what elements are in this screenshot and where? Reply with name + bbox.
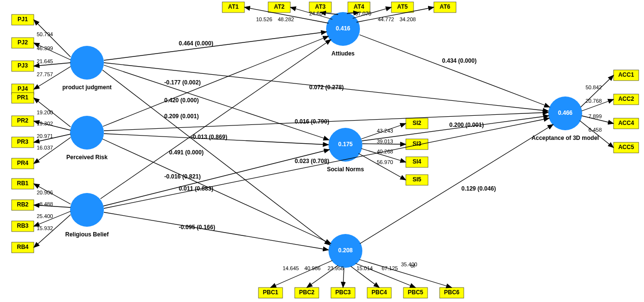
svg-text:RB4: RB4 xyxy=(17,244,29,250)
svg-text:PBC3: PBC3 xyxy=(335,289,351,296)
svg-text:0.023 (0.708): 0.023 (0.708) xyxy=(295,158,329,165)
svg-text:0.464 (0.000): 0.464 (0.000) xyxy=(179,40,213,47)
label-product-judgment: product judgment xyxy=(62,84,112,91)
svg-text:23.958: 23.958 xyxy=(328,265,344,271)
svg-text:19.200: 19.200 xyxy=(37,110,53,115)
label-perceived-risk: Perceived Risk xyxy=(66,154,108,161)
svg-text:0.011 (0.883): 0.011 (0.883) xyxy=(179,185,213,192)
svg-text:-0.013 (0.869): -0.013 (0.869) xyxy=(191,134,227,140)
svg-text:16.037: 16.037 xyxy=(37,145,53,151)
svg-text:8.488: 8.488 xyxy=(40,201,53,207)
svg-text:PR4: PR4 xyxy=(17,160,29,166)
svg-text:ACC4: ACC4 xyxy=(618,120,634,126)
indicators-sn: SI2 SI3 SI4 SI5 43.243 39.013 40.268 56.… xyxy=(358,118,428,185)
svg-text:10.526: 10.526 xyxy=(256,16,272,22)
svg-text:AT1: AT1 xyxy=(228,3,239,10)
svg-text:48.282: 48.282 xyxy=(278,16,294,22)
svg-text:AT3: AT3 xyxy=(315,3,326,10)
svg-text:RB2: RB2 xyxy=(17,201,29,208)
svg-text:-0.177 (0.002): -0.177 (0.002) xyxy=(164,79,200,86)
svg-text:SI4: SI4 xyxy=(413,158,421,165)
label-social-norms: Social Norms xyxy=(327,166,364,173)
indicators-pbc: PBC1 PBC2 PBC3 PBC4 PBC5 PBC6 14.645 40.… xyxy=(258,260,464,298)
svg-line-86 xyxy=(358,153,406,180)
svg-text:PBC1: PBC1 xyxy=(263,289,278,296)
svg-text:50.794: 50.794 xyxy=(37,31,53,37)
svg-text:46.399: 46.399 xyxy=(37,45,53,51)
path-pr-at xyxy=(103,36,329,126)
path-pj-at xyxy=(104,32,327,60)
svg-text:AT4: AT4 xyxy=(354,3,364,10)
svg-text:25.400: 25.400 xyxy=(37,213,53,219)
svg-text:24.604: 24.604 xyxy=(309,11,326,16)
path-at-acc xyxy=(359,35,550,107)
svg-line-100 xyxy=(271,261,332,288)
svg-text:15.932: 15.932 xyxy=(37,225,53,231)
svg-text:AT6: AT6 xyxy=(440,3,450,10)
svg-text:0.434 (0.000): 0.434 (0.000) xyxy=(442,57,476,64)
label-religious-belief: Religious Belief xyxy=(65,231,109,238)
svg-text:SI5: SI5 xyxy=(413,176,421,183)
svg-text:40.986: 40.986 xyxy=(304,265,321,271)
svg-text:0.072 (0.278): 0.072 (0.278) xyxy=(309,84,343,91)
svg-text:PJ1: PJ1 xyxy=(17,16,28,23)
svg-text:PBC5: PBC5 xyxy=(408,289,423,296)
svg-text:PJ3: PJ3 xyxy=(17,62,28,69)
svg-text:19.302: 19.302 xyxy=(37,121,53,126)
svg-text:34.208: 34.208 xyxy=(400,16,416,22)
svg-text:20.971: 20.971 xyxy=(37,133,53,139)
svg-text:PJ2: PJ2 xyxy=(17,39,28,46)
r2-pbc: 0.208 xyxy=(338,247,353,254)
node-perceived-risk xyxy=(70,116,104,150)
svg-text:39.013: 39.013 xyxy=(377,138,393,144)
svg-text:PBC4: PBC4 xyxy=(372,289,387,296)
svg-text:-0.095 (0.166): -0.095 (0.166) xyxy=(179,224,215,231)
node-religious-belief xyxy=(70,193,104,227)
svg-text:ACC5: ACC5 xyxy=(618,144,634,151)
svg-text:0.016 (0.790): 0.016 (0.790) xyxy=(295,118,329,125)
svg-text:RB3: RB3 xyxy=(17,222,29,229)
svg-text:27.757: 27.757 xyxy=(37,71,53,77)
node-product-judgment xyxy=(70,46,104,80)
svg-text:15.014: 15.014 xyxy=(357,265,373,271)
svg-text:PR3: PR3 xyxy=(17,138,29,145)
indicators-pr: PR1 PR2 PR3 PR4 19.200 19.302 20.971 16.… xyxy=(12,93,71,169)
svg-text:20.906: 20.906 xyxy=(37,190,53,195)
svg-text:SI3: SI3 xyxy=(413,140,421,147)
svg-text:0.129 (0.046): 0.129 (0.046) xyxy=(461,185,496,192)
svg-text:AT5: AT5 xyxy=(397,3,408,10)
path-pr-pbc xyxy=(102,139,331,244)
label-acceptance: Acceptance of 3D model xyxy=(531,135,599,141)
svg-text:50.842: 50.842 xyxy=(586,84,602,90)
svg-text:20.768: 20.768 xyxy=(586,98,602,104)
r2-acceptance: 0.466 xyxy=(558,110,572,116)
svg-text:7.899: 7.899 xyxy=(588,113,602,119)
svg-line-126 xyxy=(580,121,614,148)
svg-text:PJ4: PJ4 xyxy=(17,85,28,92)
svg-text:0.209 (0.001): 0.209 (0.001) xyxy=(164,113,199,120)
svg-text:RB1: RB1 xyxy=(17,180,29,187)
svg-text:6.458: 6.458 xyxy=(588,127,602,133)
svg-text:0.491 (0.000): 0.491 (0.000) xyxy=(169,149,203,156)
sem-diagram: product judgment Perceived Risk Religiou… xyxy=(0,0,644,302)
r2-social-norms: 0.175 xyxy=(338,141,353,148)
svg-text:-0.016 (0.821): -0.016 (0.821) xyxy=(164,173,200,180)
path-pj-sn xyxy=(104,65,329,140)
svg-text:56.970: 56.970 xyxy=(377,159,393,165)
svg-text:PR2: PR2 xyxy=(17,117,29,124)
svg-text:ACC1: ACC1 xyxy=(618,71,634,78)
svg-text:AT2: AT2 xyxy=(274,3,285,10)
svg-text:14.645: 14.645 xyxy=(283,265,299,271)
svg-text:0.420 (0.000): 0.420 (0.000) xyxy=(164,97,199,104)
svg-text:SI2: SI2 xyxy=(413,120,421,126)
svg-text:43.243: 43.243 xyxy=(377,128,393,134)
svg-text:44.772: 44.772 xyxy=(378,16,394,22)
svg-text:35.400: 35.400 xyxy=(401,261,417,267)
svg-text:21.645: 21.645 xyxy=(37,58,53,64)
indicators-pj: PJ1 PJ2 PJ3 PJ4 50.794 46.399 21.645 27.… xyxy=(12,14,71,95)
svg-text:PBC6: PBC6 xyxy=(444,289,459,296)
svg-text:0.200 (0.001): 0.200 (0.001) xyxy=(449,122,484,128)
svg-text:ACC2: ACC2 xyxy=(618,96,634,102)
label-attitudes: Attiudes xyxy=(331,50,355,57)
svg-text:PR1: PR1 xyxy=(17,94,29,101)
